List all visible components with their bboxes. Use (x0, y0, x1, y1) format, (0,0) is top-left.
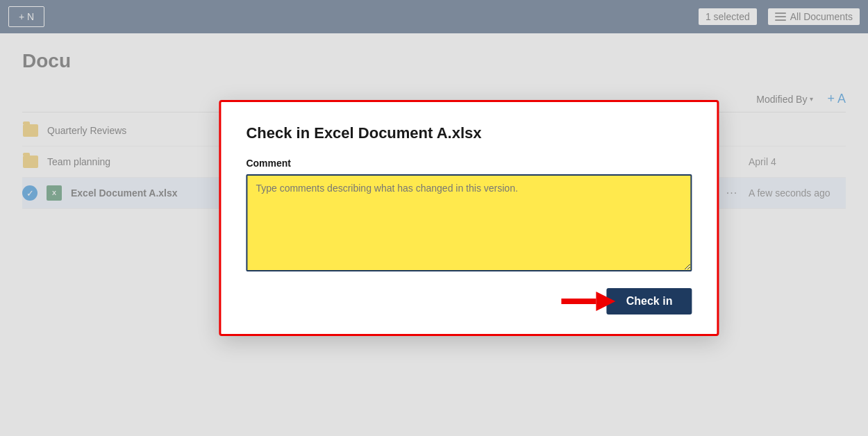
modal-title: Check in Excel Document A.xlsx (246, 124, 692, 142)
arrow-tail (561, 299, 596, 304)
checkin-button[interactable]: Check in (607, 288, 692, 315)
comment-label: Comment (246, 158, 692, 169)
modal-footer: Check in (246, 288, 692, 315)
arrow-head (596, 292, 615, 311)
arrow-indicator (561, 292, 615, 311)
checkin-modal: Check in Excel Document A.xlsx Comment C… (219, 100, 719, 336)
comment-textarea[interactable] (246, 174, 692, 271)
